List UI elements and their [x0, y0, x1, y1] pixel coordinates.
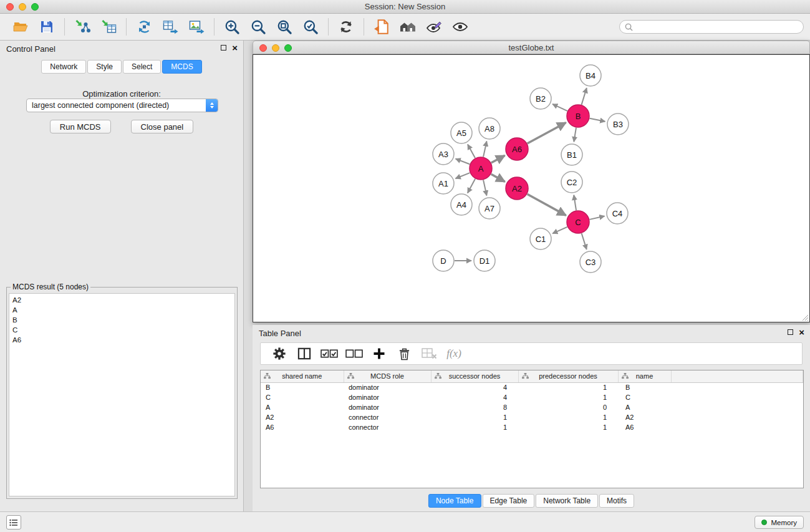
network-node-A4[interactable]: A4: [451, 194, 472, 215]
table-cell[interactable]: connector: [344, 412, 431, 422]
table-row[interactable]: A6connector11A6: [261, 422, 803, 432]
function-builder-button[interactable]: f(x): [441, 344, 466, 363]
edge-A-A3[interactable]: [456, 159, 470, 165]
network-close-button[interactable]: [259, 44, 267, 52]
table-row[interactable]: Bdominator41B: [261, 382, 803, 392]
network-node-A1[interactable]: A1: [433, 173, 454, 194]
window-controls[interactable]: [6, 3, 39, 11]
import-table-button[interactable]: [95, 16, 122, 38]
zoom-fit-button[interactable]: [271, 16, 297, 38]
import-network-button[interactable]: [69, 16, 95, 38]
edge-A-A4[interactable]: [468, 179, 475, 193]
network-node-B2[interactable]: B2: [530, 88, 551, 109]
table-cell[interactable]: 4: [431, 392, 518, 402]
network-node-C[interactable]: C: [567, 211, 589, 233]
column-header-name[interactable]: name: [618, 370, 671, 382]
network-node-A2[interactable]: A2: [506, 177, 528, 200]
float-panel-icon[interactable]: [221, 45, 226, 51]
network-node-A3[interactable]: A3: [433, 143, 454, 165]
table-cell[interactable]: B: [618, 382, 671, 392]
table-cell[interactable]: dominator: [344, 392, 431, 402]
optimization-criterion-dropdown[interactable]: largest connected component (directed): [26, 99, 218, 112]
network-svg[interactable]: B4B2BB3A8A5A6A3B1AC2A1A2A4A7C4CC1DD1C3: [253, 55, 809, 322]
table-row[interactable]: Cdominator41C: [261, 392, 803, 402]
column-header-shared-name[interactable]: shared name: [261, 370, 344, 382]
table-cell[interactable]: A2: [618, 412, 671, 422]
deselect-all-button[interactable]: [342, 344, 367, 363]
network-node-B3[interactable]: B3: [607, 114, 629, 135]
float-table-panel-icon[interactable]: [788, 329, 793, 335]
zoom-in-button[interactable]: [219, 16, 245, 38]
network-node-A[interactable]: A: [470, 157, 492, 180]
tab-network-table[interactable]: Network Table: [536, 494, 598, 508]
table-cell[interactable]: 1: [518, 412, 618, 422]
network-node-B1[interactable]: B1: [561, 144, 582, 165]
close-window-button[interactable]: [6, 3, 14, 11]
edge-A-A7[interactable]: [483, 180, 486, 196]
task-history-button[interactable]: [6, 515, 21, 530]
edge-B-B4[interactable]: [582, 88, 587, 105]
network-node-A6[interactable]: A6: [506, 138, 528, 160]
close-panel-button[interactable]: Close panel: [131, 120, 194, 133]
table-cell[interactable]: A6: [261, 422, 344, 432]
network-node-C4[interactable]: C4: [607, 203, 628, 224]
network-maximize-button[interactable]: [284, 44, 292, 52]
edge-A-A2[interactable]: [491, 174, 505, 181]
run-mcds-button[interactable]: Run MCDS: [50, 120, 111, 133]
table-settings-button[interactable]: [267, 344, 292, 363]
table-cell[interactable]: 8: [431, 402, 518, 412]
memory-button[interactable]: Memory: [755, 516, 804, 529]
network-node-B4[interactable]: B4: [580, 65, 601, 86]
apply-layout-button[interactable]: [333, 16, 359, 38]
network-node-D[interactable]: D: [433, 250, 454, 271]
table-cell[interactable]: A: [618, 402, 671, 412]
tab-select[interactable]: Select: [123, 60, 161, 74]
table-cell[interactable]: 4: [431, 382, 518, 392]
export-image-button[interactable]: [183, 16, 210, 38]
edge-C-C3[interactable]: [582, 233, 587, 249]
save-session-button[interactable]: [34, 16, 60, 38]
network-node-B[interactable]: B: [567, 105, 589, 127]
network-node-A8[interactable]: A8: [479, 118, 500, 139]
tab-edge-table[interactable]: Edge Table: [482, 494, 534, 508]
search-input[interactable]: [636, 22, 798, 32]
resize-corner-icon[interactable]: [801, 313, 808, 321]
edge-C-C4[interactable]: [590, 216, 605, 220]
edge-C-C2[interactable]: [574, 195, 576, 210]
network-canvas[interactable]: B4B2BB3A8A5A6A3B1AC2A1A2A4A7C4CC1DD1C3: [253, 54, 810, 322]
edge-B-B1[interactable]: [574, 128, 576, 142]
network-window-titlebar[interactable]: testGlobe.txt: [253, 41, 810, 54]
table-cell[interactable]: dominator: [344, 382, 431, 392]
table-cell[interactable]: A: [261, 402, 344, 412]
tab-mcds[interactable]: MCDS: [162, 60, 201, 74]
edge-C-C1[interactable]: [552, 227, 567, 234]
network-node-C3[interactable]: C3: [580, 251, 601, 273]
minimize-window-button[interactable]: [19, 3, 26, 11]
table-cell[interactable]: C: [618, 392, 671, 402]
network-node-A7[interactable]: A7: [479, 198, 500, 219]
column-header-successor-nodes[interactable]: successor nodes: [431, 370, 518, 382]
mcds-result-list[interactable]: A2ABCA6: [9, 293, 235, 496]
edge-A-A1[interactable]: [455, 173, 470, 178]
mcds-result-item[interactable]: B: [12, 315, 231, 325]
edge-A-A5[interactable]: [468, 144, 475, 158]
column-header-predecessor-nodes[interactable]: predecessor nodes: [518, 370, 618, 382]
edge-A-A8[interactable]: [483, 142, 486, 157]
network-node-C1[interactable]: C1: [530, 228, 551, 249]
network-window-controls[interactable]: [259, 44, 292, 52]
edge-A6-B[interactable]: [528, 122, 566, 143]
home-views-button[interactable]: [395, 16, 421, 38]
select-all-button[interactable]: [317, 344, 342, 363]
delete-column-button[interactable]: [392, 344, 417, 363]
zoom-out-button[interactable]: [245, 16, 271, 38]
table-cell[interactable]: A6: [618, 422, 671, 432]
table-row[interactable]: A2connector11A2: [261, 412, 803, 422]
export-table-button[interactable]: [157, 16, 183, 38]
global-search[interactable]: [619, 20, 804, 34]
network-minimize-button[interactable]: [272, 44, 279, 52]
table-cell[interactable]: A2: [261, 412, 344, 422]
annotation-document-button[interactable]: [369, 16, 395, 38]
edge-B-B2[interactable]: [552, 104, 567, 111]
column-header-mcds-role[interactable]: MCDS role: [344, 370, 431, 382]
add-column-button[interactable]: [367, 344, 392, 363]
